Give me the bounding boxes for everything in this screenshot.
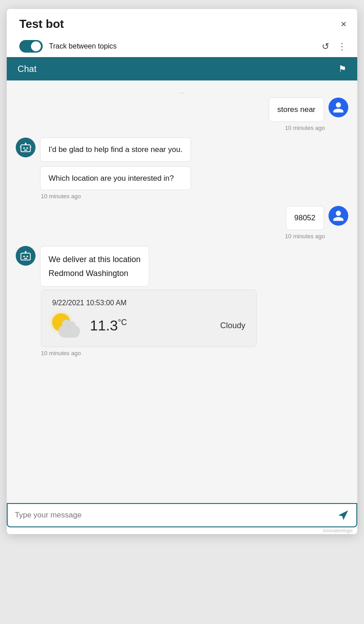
svg-point-10	[27, 256, 28, 258]
bot-bubble-2a: I'd be glad to help find a store near yo…	[40, 138, 191, 162]
toggle-label: Track between topics	[49, 42, 117, 50]
window-title: Test bot	[19, 17, 64, 31]
user-message-3: 98052	[16, 206, 348, 230]
weather-icon	[52, 313, 81, 338]
controls-right: ↺ ⋮	[322, 41, 346, 52]
timestamp-5: 10 minutes ago	[16, 350, 348, 357]
bot-bubble-4: We deliver at this location Redmond Wash…	[40, 246, 149, 287]
user-avatar-3	[328, 206, 348, 226]
flag-icon[interactable]: ⚑	[338, 63, 346, 74]
weather-main: 11.3°C Cloudy	[52, 313, 245, 338]
input-area	[7, 503, 357, 527]
bot-message-4: We deliver at this location Redmond Wash…	[16, 246, 348, 287]
cloud-icon	[58, 325, 80, 338]
track-topics-toggle[interactable]	[19, 40, 43, 53]
message-input[interactable]	[15, 511, 333, 520]
weather-temperature: 11.3°C	[90, 317, 127, 334]
bot-message-2: I'd be glad to help find a store near yo…	[16, 138, 348, 191]
svg-point-2	[27, 147, 28, 149]
toggle-thumb	[31, 41, 41, 51]
weather-card: 9/22/2021 10:53:00 AM 11.3°C Cloudy	[41, 290, 257, 347]
controls-left: Track between topics	[19, 40, 117, 53]
chat-header: Chat ⚑	[7, 57, 357, 80]
bot-avatar-4	[16, 246, 36, 266]
controls-bar: Track between topics ↺ ⋮	[7, 37, 357, 57]
timestamp-1: 10 minutes ago	[16, 125, 348, 131]
weather-date: 9/22/2021 10:53:00 AM	[52, 299, 245, 307]
svg-rect-11	[25, 251, 27, 254]
scroll-indicator: ...	[16, 88, 348, 98]
svg-point-9	[23, 256, 25, 258]
bot-bubble-2b: Which location are you interested in?	[40, 166, 191, 191]
timestamp-3: 10 minutes ago	[16, 233, 348, 240]
svg-rect-5	[24, 149, 27, 150]
bot-group-2: I'd be glad to help find a store near yo…	[40, 138, 191, 191]
svg-rect-12	[24, 258, 27, 259]
title-bar: Test bot ×	[7, 9, 357, 37]
svg-rect-8	[21, 253, 31, 260]
weather-description: Cloudy	[220, 321, 245, 330]
more-options-icon[interactable]: ⋮	[337, 41, 346, 52]
user-bubble-1: stores near	[269, 98, 324, 122]
user-message-1: stores near	[16, 98, 348, 122]
svg-rect-0	[21, 145, 31, 152]
user-avatar-1	[328, 98, 348, 117]
chat-window: Test bot × Track between topics ↺ ⋮ Chat…	[7, 9, 357, 534]
timestamp-2: 10 minutes ago	[16, 193, 348, 200]
close-icon[interactable]: ×	[341, 19, 346, 29]
refresh-icon[interactable]: ↺	[322, 41, 329, 52]
svg-point-1	[23, 147, 25, 149]
watermark: Innovativelogic	[7, 527, 357, 534]
svg-rect-3	[25, 143, 27, 145]
chat-area: ... stores near 10 minutes ago I'd be gl…	[7, 80, 357, 503]
bot-avatar-2	[16, 138, 36, 157]
send-button[interactable]	[337, 509, 349, 521]
user-bubble-3: 98052	[286, 206, 324, 230]
chat-header-title: Chat	[18, 64, 36, 74]
